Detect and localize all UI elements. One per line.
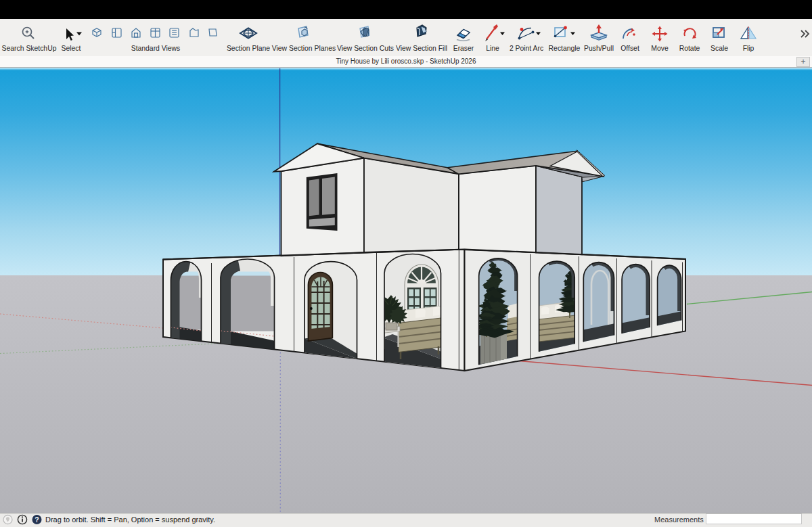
svg-text:?: ? [35,515,39,524]
